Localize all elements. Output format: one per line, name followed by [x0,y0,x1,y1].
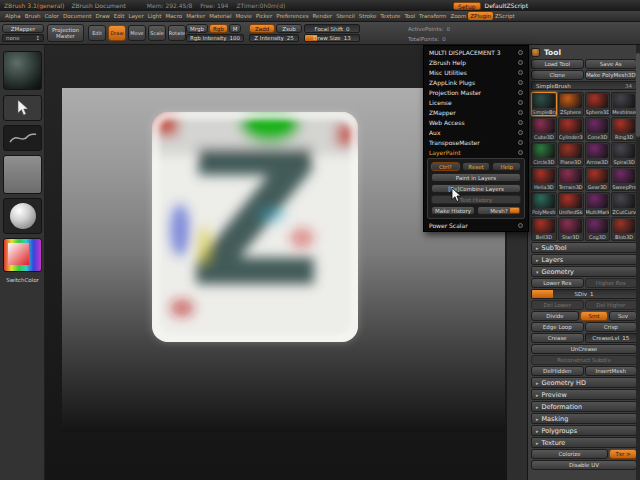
menu-item[interactable]: Picker [254,12,274,20]
menu-item[interactable]: Brush [23,12,43,20]
stroke-selector[interactable] [3,125,42,151]
edge-loop-button[interactable]: Edge Loop [531,322,584,332]
tool-file-button[interactable]: Save As [585,59,638,69]
higher-res-button[interactable]: Higher Res [585,278,638,288]
zmapper-button[interactable]: ZMapper [2,24,44,33]
crease-button[interactable]: Crease [531,333,584,343]
sculpt-toggle-button[interactable]: Zsub [276,24,302,33]
mesh-toggle[interactable]: Mesh? [477,206,521,215]
mode-button[interactable]: Draw [108,25,126,41]
color-picker[interactable] [3,238,42,272]
geometry-section-header[interactable]: Geometry [531,266,637,277]
tool-section-header[interactable]: Layers [531,254,637,265]
menu-item[interactable]: ZScript [493,12,517,20]
tool-clone-button[interactable]: Make PolyMesh3D [585,70,638,80]
material-selector[interactable] [3,198,42,234]
paint-in-layers-button[interactable]: Paint in Layers [431,173,521,182]
zplugin-menu-item[interactable]: Projection Master [425,87,527,97]
tool-palette-header[interactable]: Tool [531,47,637,58]
menu-item[interactable]: Movie [234,12,254,20]
tool-thumbnail[interactable]: Cone3D [585,117,611,141]
zplugin-menu-item[interactable]: Web Access [425,117,527,127]
tool-thumbnail[interactable]: Cog3D [585,217,611,241]
lower-res-button[interactable]: Lower Res [531,278,584,288]
zplugin-menu-item[interactable]: ZBrush Help [425,57,527,67]
menu-item[interactable]: Light [146,12,164,20]
menu-item[interactable]: ZPlugin [468,12,493,20]
zplugin-menu-item[interactable]: Aux [425,127,527,137]
menu-item[interactable]: Edit [112,12,127,20]
paint-toggle-button[interactable]: M [229,24,242,33]
tool-thumbnail[interactable]: PolyMesh3D [531,192,557,216]
alpha-selector[interactable] [3,155,42,194]
mode-button[interactable]: Rotate [168,25,186,41]
default-zscript-label[interactable]: DefaultZScript [485,2,528,9]
tool-section-header[interactable]: Polygroups [531,425,637,436]
menu-item[interactable]: Zoom [448,12,468,20]
menu-item[interactable]: Document [61,12,94,20]
zmapper-preset-dropdown[interactable]: none ↕ [2,34,44,42]
menu-item[interactable]: Render [311,12,335,20]
tool-thumbnail[interactable]: SimpleBrush [531,92,557,116]
menu-item[interactable]: Material [207,12,233,20]
zplugin-menu-item[interactable]: ZMapper [425,107,527,117]
txr-button[interactable]: Txr > [609,449,637,459]
tool-section-header[interactable]: Masking [531,413,637,424]
zplugin-menu-item[interactable]: MULTI DISPLACEMENT 3 [425,47,527,57]
paint-toggle-button[interactable]: Rgb [209,24,228,33]
menu-item[interactable]: Preferences [274,12,310,20]
tool-thumbnail[interactable]: Gear3D [585,167,611,191]
tool-section-header[interactable]: SubTool [531,242,637,253]
insert-mesh-button[interactable]: InsertMesh [585,366,638,376]
menu-item[interactable]: Texture [378,12,402,20]
artwork-z-painting[interactable]: Z [152,112,358,342]
tool-file-button[interactable]: Load Tool [531,59,584,69]
make-history-button[interactable]: Make History [431,206,475,215]
tool-thumbnail[interactable]: Circle3D [531,142,557,166]
menu-item[interactable]: Color [43,12,61,20]
plugin-small-button[interactable]: Ctrl? [431,162,460,171]
tool-thumbnail[interactable]: Ring3D [611,117,637,141]
tool-thumbnail[interactable]: Spiral3D [611,142,637,166]
tool-thumbnail[interactable]: MultiMarker [585,192,611,216]
brush-pointer-icon[interactable] [3,95,42,121]
current-tool-thumbnail[interactable] [3,51,42,90]
switch-color-button[interactable]: SwitchColor [3,275,42,284]
menu-item[interactable]: Stroke [357,12,379,20]
paint-toggle-button[interactable]: Mrgb [186,24,208,33]
zplugin-menu-item[interactable]: ZAppLink Plugs [425,77,527,87]
tool-thumbnail[interactable]: Bell3D [531,217,557,241]
plugin-small-button[interactable]: Reset [462,162,491,171]
tool-thumbnail[interactable]: Sphere3D [585,92,611,116]
tool-clone-button[interactable]: Clone [531,70,584,80]
menu-item[interactable]: Transform [417,12,448,20]
menu-item[interactable]: Draw [93,12,111,20]
scrollbar-thumb[interactable] [636,53,640,137]
tool-thumbnail[interactable]: Helix3D [531,167,557,191]
zplugin-menu-item[interactable]: Misc Utilities [425,67,527,77]
zplugin-menu-item[interactable]: LayerPaint [425,147,527,157]
tool-thumbnail[interactable]: MeshInsert [611,92,637,116]
sdiv-slider[interactable]: SDiv 1 [531,289,637,299]
del-higher-button[interactable]: Del Higher [585,300,638,310]
del-lower-button[interactable]: Del Lower [531,300,584,310]
tool-thumbnail[interactable]: Star3D [558,217,584,241]
panel-scrollbar[interactable] [636,45,640,480]
zplugin-menu-item[interactable]: License [425,97,527,107]
tool-section-header[interactable]: Preview [531,389,637,400]
menu-item[interactable]: Macro [164,12,185,20]
tool-section-header[interactable]: Deformation [531,401,637,412]
tool-thumbnail[interactable]: Blob3D [611,217,637,241]
sculpt-toggle-button[interactable]: Zadd [249,24,275,33]
tool-thumbnail[interactable]: Terrain3D [558,167,584,191]
projection-master-button[interactable]: Projection Master [47,24,84,42]
suv-toggle[interactable]: Suv [609,311,637,321]
zplugin-menu-item[interactable]: TransposeMaster [425,137,527,147]
uncrease-button[interactable]: UnCrease [531,344,637,354]
menu-item[interactable]: Alpha [3,12,23,20]
colorize-button[interactable]: Colorize [531,449,608,459]
setup-button[interactable]: Setup [453,2,480,10]
text-history-button[interactable]: Text History [431,195,521,204]
tool-thumbnail[interactable]: Cylinder3D [558,117,584,141]
tool-thumbnail[interactable]: Plane3D [558,142,584,166]
